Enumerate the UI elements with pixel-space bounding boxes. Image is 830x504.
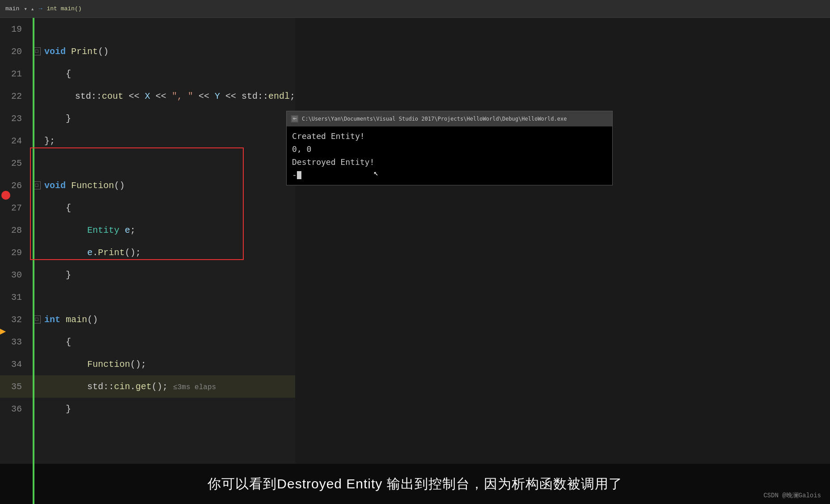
code-line-24: 24 }; — [0, 130, 295, 152]
console-title-text: C:\Users\Yan\Documents\Visual Studio 201… — [302, 116, 567, 122]
code-line-30: 30 } — [0, 264, 295, 286]
code-line-36: 36 } — [0, 398, 295, 420]
code-line-25: 25 — [0, 152, 295, 174]
right-panel — [295, 18, 830, 504]
code-line-21: 21 { — [0, 63, 295, 85]
tab-title[interactable]: main — [5, 5, 19, 12]
code-line-29: 29 e.Print(); — [0, 241, 295, 264]
code-line-20: 20 □ void Print() — [0, 40, 295, 63]
console-window: C:\Users\Yan\Documents\Visual Studio 201… — [286, 111, 613, 185]
code-line-28: 28 Entity e; — [0, 219, 295, 241]
console-cursor-line: - — [292, 168, 607, 181]
svg-rect-2 — [294, 118, 294, 120]
subtitle-text: 你可以看到Destroyed Entity 输出到控制台，因为析构函数被调用了 — [208, 475, 622, 493]
watermark: CSDN @晚澜Galois — [763, 491, 821, 500]
code-line-22: 22 std::cout << X << ", " << Y << std::e… — [0, 85, 295, 107]
console-line-2: 0, 0 — [292, 143, 607, 156]
console-titlebar: C:\Users\Yan\Documents\Visual Studio 201… — [287, 111, 612, 126]
cursor — [297, 171, 301, 179]
code-line-33: 33 { — [0, 331, 295, 353]
code-line-27: 27 { — [0, 197, 295, 219]
console-body: Created Entity! 0, 0 Destroyed Entity! - — [287, 126, 612, 185]
svg-rect-1 — [293, 118, 296, 119]
header-arrow: → — [39, 5, 42, 12]
code-line-19: 19 — [0, 18, 295, 40]
subtitle-bar: 你可以看到Destroyed Entity 输出到控制台，因为析构函数被调用了 — [0, 464, 830, 504]
console-line-1: Created Entity! — [292, 130, 607, 143]
code-line-31: 31 — [0, 286, 295, 308]
editor-area: ▶ 19 20 □ void Print() 21 { 22 std::cout… — [0, 18, 295, 504]
console-line-3: Destroyed Entity! — [292, 156, 607, 169]
header-function: int main() — [47, 5, 82, 12]
code-line-35: 35 std::cin.get();≤3ms elaps — [0, 375, 295, 398]
code-line-32: 32 □ int main() — [0, 308, 295, 331]
header-bar: main ▾ ▴ → int main() — [0, 0, 830, 18]
code-line-23: 23 } — [0, 107, 295, 130]
debug-arrow: ▶ — [0, 325, 6, 337]
code-line-26: 26 □ void Function() — [0, 174, 295, 197]
code-line-34: 34 Function(); — [0, 353, 295, 375]
console-icon — [291, 115, 298, 122]
